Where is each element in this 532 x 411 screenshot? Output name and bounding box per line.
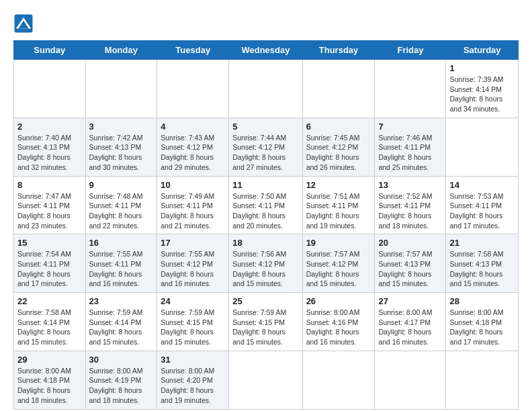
day-number: 23 bbox=[89, 296, 154, 306]
day-info: Sunrise: 7:52 AM Sunset: 4:11 PM Dayligh… bbox=[378, 191, 442, 231]
day-number: 17 bbox=[161, 238, 225, 248]
day-number: 28 bbox=[449, 296, 515, 306]
calendar-week-1: 1Sunrise: 7:39 AM Sunset: 4:14 PM Daylig… bbox=[14, 60, 519, 118]
calendar-day-21: 21Sunrise: 7:58 AM Sunset: 4:13 PM Dayli… bbox=[446, 234, 519, 293]
day-number: 27 bbox=[378, 296, 442, 306]
day-number: 13 bbox=[378, 180, 442, 190]
day-number: 5 bbox=[232, 122, 298, 132]
calendar-day-17: 17Sunrise: 7:55 AM Sunset: 4:12 PM Dayli… bbox=[157, 234, 229, 293]
day-info: Sunrise: 7:55 AM Sunset: 4:11 PM Dayligh… bbox=[89, 249, 154, 289]
day-number: 14 bbox=[449, 180, 515, 190]
day-number: 20 bbox=[378, 238, 442, 248]
calendar-day-31: 31Sunrise: 8:00 AM Sunset: 4:20 PM Dayli… bbox=[157, 351, 229, 409]
day-number: 12 bbox=[306, 180, 371, 190]
calendar-day-16: 16Sunrise: 7:55 AM Sunset: 4:11 PM Dayli… bbox=[85, 234, 157, 293]
day-info: Sunrise: 7:56 AM Sunset: 4:12 PM Dayligh… bbox=[232, 249, 298, 289]
day-number: 2 bbox=[17, 122, 82, 132]
day-info: Sunrise: 8:00 AM Sunset: 4:18 PM Dayligh… bbox=[17, 366, 82, 406]
calendar-day-28: 28Sunrise: 8:00 AM Sunset: 4:18 PM Dayli… bbox=[446, 293, 519, 351]
day-number: 7 bbox=[378, 122, 442, 132]
header-day-saturday: Saturday bbox=[446, 41, 519, 60]
calendar-day-30: 30Sunrise: 8:00 AM Sunset: 4:19 PM Dayli… bbox=[85, 351, 157, 409]
calendar-week-5: 22Sunrise: 7:58 AM Sunset: 4:14 PM Dayli… bbox=[14, 293, 519, 351]
day-info: Sunrise: 7:48 AM Sunset: 4:11 PM Dayligh… bbox=[89, 191, 154, 231]
day-number: 15 bbox=[17, 238, 82, 248]
day-info: Sunrise: 8:00 AM Sunset: 4:18 PM Dayligh… bbox=[449, 308, 515, 347]
day-number: 21 bbox=[449, 238, 515, 248]
day-number: 8 bbox=[17, 180, 82, 190]
day-info: Sunrise: 7:43 AM Sunset: 4:12 PM Dayligh… bbox=[161, 133, 225, 173]
calendar-day-13: 13Sunrise: 7:52 AM Sunset: 4:11 PM Dayli… bbox=[375, 176, 446, 234]
calendar-day-4: 4Sunrise: 7:43 AM Sunset: 4:12 PM Daylig… bbox=[157, 118, 229, 176]
calendar-day-26: 26Sunrise: 8:00 AM Sunset: 4:16 PM Dayli… bbox=[302, 293, 375, 351]
empty-cell bbox=[157, 60, 229, 118]
logo bbox=[13, 13, 36, 34]
header-day-monday: Monday bbox=[85, 41, 157, 60]
calendar-day-10: 10Sunrise: 7:49 AM Sunset: 4:11 PM Dayli… bbox=[157, 176, 229, 234]
day-info: Sunrise: 7:44 AM Sunset: 4:12 PM Dayligh… bbox=[232, 133, 298, 173]
day-number: 9 bbox=[89, 180, 154, 190]
day-info: Sunrise: 7:59 AM Sunset: 4:15 PM Dayligh… bbox=[232, 308, 298, 347]
calendar-day-22: 22Sunrise: 7:58 AM Sunset: 4:14 PM Dayli… bbox=[14, 293, 86, 351]
calendar-day-6: 6Sunrise: 7:45 AM Sunset: 4:12 PM Daylig… bbox=[302, 118, 375, 176]
calendar-day-29: 29Sunrise: 8:00 AM Sunset: 4:18 PM Dayli… bbox=[14, 351, 86, 409]
calendar-day-2: 2Sunrise: 7:40 AM Sunset: 4:13 PM Daylig… bbox=[14, 118, 86, 176]
day-info: Sunrise: 7:51 AM Sunset: 4:11 PM Dayligh… bbox=[306, 191, 371, 231]
empty-cell bbox=[229, 351, 302, 409]
header-day-friday: Friday bbox=[375, 41, 446, 60]
day-info: Sunrise: 7:53 AM Sunset: 4:11 PM Dayligh… bbox=[449, 191, 515, 231]
day-number: 16 bbox=[89, 238, 154, 248]
calendar-day-23: 23Sunrise: 7:59 AM Sunset: 4:14 PM Dayli… bbox=[85, 293, 157, 351]
empty-cell bbox=[446, 351, 519, 409]
day-info: Sunrise: 7:39 AM Sunset: 4:14 PM Dayligh… bbox=[449, 75, 515, 114]
day-number: 18 bbox=[232, 238, 298, 248]
day-number: 4 bbox=[161, 122, 225, 132]
day-number: 1 bbox=[449, 63, 515, 73]
day-info: Sunrise: 7:42 AM Sunset: 4:13 PM Dayligh… bbox=[89, 133, 154, 173]
calendar-header: SundayMondayTuesdayWednesdayThursdayFrid… bbox=[14, 41, 519, 60]
calendar-day-11: 11Sunrise: 7:50 AM Sunset: 4:11 PM Dayli… bbox=[229, 176, 302, 234]
calendar-week-2: 2Sunrise: 7:40 AM Sunset: 4:13 PM Daylig… bbox=[14, 118, 519, 176]
empty-cell bbox=[375, 60, 446, 118]
calendar-day-1: 1Sunrise: 7:39 AM Sunset: 4:14 PM Daylig… bbox=[446, 60, 519, 118]
calendar-day-9: 9Sunrise: 7:48 AM Sunset: 4:11 PM Daylig… bbox=[85, 176, 157, 234]
header-day-wednesday: Wednesday bbox=[229, 41, 302, 60]
day-info: Sunrise: 7:46 AM Sunset: 4:11 PM Dayligh… bbox=[378, 133, 442, 173]
calendar-day-8: 8Sunrise: 7:47 AM Sunset: 4:11 PM Daylig… bbox=[14, 176, 86, 234]
day-number: 11 bbox=[232, 180, 298, 190]
calendar-day-25: 25Sunrise: 7:59 AM Sunset: 4:15 PM Dayli… bbox=[229, 293, 302, 351]
day-info: Sunrise: 7:50 AM Sunset: 4:11 PM Dayligh… bbox=[232, 191, 298, 231]
calendar-day-12: 12Sunrise: 7:51 AM Sunset: 4:11 PM Dayli… bbox=[302, 176, 375, 234]
day-info: Sunrise: 7:40 AM Sunset: 4:13 PM Dayligh… bbox=[17, 133, 82, 173]
day-number: 25 bbox=[232, 296, 298, 306]
empty-cell bbox=[85, 60, 157, 118]
day-info: Sunrise: 8:00 AM Sunset: 4:19 PM Dayligh… bbox=[89, 366, 154, 406]
empty-cell bbox=[302, 60, 375, 118]
day-number: 6 bbox=[306, 122, 371, 132]
day-info: Sunrise: 8:00 AM Sunset: 4:20 PM Dayligh… bbox=[161, 366, 225, 406]
day-info: Sunrise: 7:49 AM Sunset: 4:11 PM Dayligh… bbox=[161, 191, 225, 231]
day-info: Sunrise: 7:57 AM Sunset: 4:12 PM Dayligh… bbox=[306, 249, 371, 289]
day-info: Sunrise: 8:00 AM Sunset: 4:16 PM Dayligh… bbox=[306, 308, 371, 347]
calendar-day-20: 20Sunrise: 7:57 AM Sunset: 4:13 PM Dayli… bbox=[375, 234, 446, 293]
empty-cell bbox=[375, 351, 446, 409]
day-number: 3 bbox=[89, 122, 154, 132]
logo-icon bbox=[13, 13, 34, 34]
day-info: Sunrise: 7:55 AM Sunset: 4:12 PM Dayligh… bbox=[161, 249, 225, 289]
empty-cell bbox=[14, 60, 86, 118]
header-day-tuesday: Tuesday bbox=[157, 41, 229, 60]
day-number: 19 bbox=[306, 238, 371, 248]
day-info: Sunrise: 7:57 AM Sunset: 4:13 PM Dayligh… bbox=[378, 249, 442, 289]
calendar-table: SundayMondayTuesdayWednesdayThursdayFrid… bbox=[13, 40, 519, 410]
day-info: Sunrise: 7:58 AM Sunset: 4:14 PM Dayligh… bbox=[17, 308, 82, 347]
calendar-day-14: 14Sunrise: 7:53 AM Sunset: 4:11 PM Dayli… bbox=[446, 176, 519, 234]
day-number: 24 bbox=[161, 296, 225, 306]
day-number: 30 bbox=[89, 355, 154, 365]
empty-cell bbox=[302, 351, 375, 409]
calendar-week-6: 29Sunrise: 8:00 AM Sunset: 4:18 PM Dayli… bbox=[14, 351, 519, 409]
calendar-day-19: 19Sunrise: 7:57 AM Sunset: 4:12 PM Dayli… bbox=[302, 234, 375, 293]
day-info: Sunrise: 7:54 AM Sunset: 4:11 PM Dayligh… bbox=[17, 249, 82, 289]
day-number: 31 bbox=[161, 355, 225, 365]
day-info: Sunrise: 8:00 AM Sunset: 4:17 PM Dayligh… bbox=[378, 308, 442, 347]
day-number: 26 bbox=[306, 296, 371, 306]
